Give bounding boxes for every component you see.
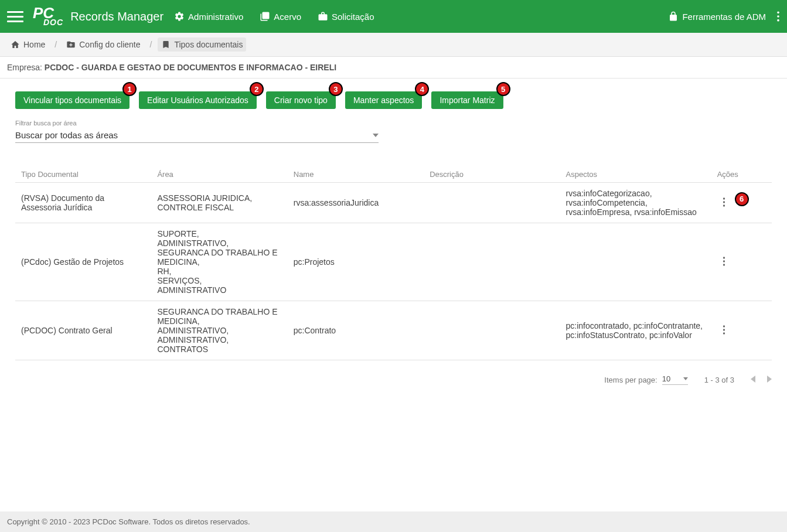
nav-solicitacao[interactable]: Solicitação	[318, 11, 374, 22]
svg-point-3	[723, 197, 725, 199]
table-row: (RVSA) Documento da Assessoria Jurídica …	[15, 183, 772, 223]
breadcrumb-sep: /	[150, 40, 152, 49]
folder-plus-icon	[66, 40, 76, 49]
kebab-menu-icon	[723, 325, 725, 335]
pagination-range: 1 - 3 of 3	[704, 376, 734, 384]
svg-point-11	[723, 332, 725, 334]
pcdoc-logo[interactable]: PCDOC	[30, 6, 63, 26]
vincular-tipos-button[interactable]: Vincular tipos documentais 1	[15, 91, 130, 109]
nav-solicitacao-label: Solicitação	[332, 12, 374, 22]
filter-block: Filtrar busca por área Buscar por todas …	[0, 109, 787, 143]
items-per-label: Items per page:	[604, 376, 657, 384]
kebab-menu-icon[interactable]	[776, 11, 780, 22]
cell-aspectos: pc:infocontratado, pc:infoContratante, p…	[560, 301, 711, 360]
items-per-value: 10	[662, 374, 670, 383]
chevron-down-icon	[683, 377, 688, 380]
svg-point-2	[777, 19, 779, 22]
annotation-badge-5: 5	[496, 82, 510, 96]
kebab-menu-icon	[723, 256, 725, 267]
breadcrumb-home[interactable]: Home	[7, 37, 49, 52]
pagination-prev[interactable]	[751, 376, 755, 384]
hamburger-menu-icon[interactable]	[7, 8, 23, 25]
cell-aspectos: rvsa:infoCategorizacao, rvsa:infoCompete…	[560, 183, 711, 223]
cell-name: rvsa:assessoriaJuridica	[288, 183, 424, 223]
breadcrumb-tipos[interactable]: Tipos documentais	[158, 37, 246, 52]
pagination: Items per page: 10 1 - 3 of 3	[0, 367, 787, 397]
actions-row: Vincular tipos documentais 1 Editar Usuá…	[0, 79, 787, 109]
row-actions-menu[interactable]	[717, 256, 731, 268]
th-name: Name	[288, 166, 424, 183]
nav-acervo-label: Acervo	[274, 12, 301, 22]
annotation-badge-6: 6	[735, 192, 749, 206]
svg-point-7	[723, 260, 725, 262]
briefcase-icon	[318, 11, 328, 22]
table-row: (PCdoc) Gestão de Projetos SUPORTE, ADMI…	[15, 223, 772, 301]
importar-matriz-button[interactable]: Importar Matriz 5	[431, 91, 503, 109]
filter-label: Filtrar busca por área	[15, 120, 772, 127]
th-tipo: Tipo Documental	[15, 166, 151, 183]
cell-area: SUPORTE, ADMINISTRATIVO, SEGURANCA DO TR…	[151, 223, 287, 301]
cell-aspectos	[560, 223, 711, 301]
svg-point-9	[723, 325, 725, 327]
nav-administrativo[interactable]: Administrativo	[174, 11, 243, 22]
cell-name: pc:Projetos	[288, 223, 424, 301]
cell-tipo: (PCDOC) Contrato Geral	[15, 301, 151, 360]
library-icon	[260, 11, 270, 22]
nav-administrativo-label: Administrativo	[188, 12, 243, 22]
row-actions-menu[interactable]	[717, 325, 731, 337]
cell-desc	[424, 183, 560, 223]
top-nav: Administrativo Acervo Solicitação	[174, 11, 374, 22]
home-icon	[11, 40, 20, 49]
pagination-next[interactable]	[767, 376, 772, 384]
app-title: Records Manager	[70, 10, 163, 23]
svg-point-1	[777, 15, 779, 18]
lock-icon	[668, 11, 679, 22]
table-row: (PCDOC) Contrato Geral SEGURANCA DO TRAB…	[15, 301, 772, 360]
th-aspectos: Aspectos	[560, 166, 711, 183]
filter-selected-value: Buscar por todas as áreas	[15, 130, 118, 140]
manter-aspectos-button[interactable]: Manter aspectos 4	[345, 91, 423, 109]
breadcrumb: Home / Config do cliente / Tipos documen…	[0, 33, 787, 57]
svg-point-4	[723, 201, 725, 203]
row-actions-menu[interactable]: 6	[717, 197, 731, 209]
cell-area: ASSESSORIA JURIDICA, CONTROLE FISCAL	[151, 183, 287, 223]
breadcrumb-config-label: Config do cliente	[79, 40, 140, 49]
th-desc: Descrição	[424, 166, 560, 183]
svg-point-6	[723, 257, 725, 258]
chevron-left-icon	[751, 376, 755, 383]
company-label: Empresa:	[7, 63, 45, 72]
th-area: Área	[151, 166, 287, 183]
svg-point-8	[723, 264, 725, 265]
cell-desc	[424, 223, 560, 301]
breadcrumb-home-label: Home	[23, 40, 45, 49]
items-per-page: Items per page: 10	[604, 374, 687, 385]
cell-area: SEGURANCA DO TRABALHO E MEDICINA, ADMINI…	[151, 301, 287, 360]
breadcrumb-tipos-label: Tipos documentais	[174, 40, 243, 49]
cell-tipo: (RVSA) Documento da Assessoria Jurídica	[15, 183, 151, 223]
annotation-badge-1: 1	[122, 82, 137, 96]
company-value: PCDOC - GUARDA E GESTAO DE DOCUMENTOS E …	[45, 63, 336, 72]
chevron-right-icon	[767, 376, 772, 383]
cell-desc	[424, 301, 560, 360]
annotation-badge-3: 3	[329, 82, 343, 96]
nav-acervo[interactable]: Acervo	[260, 11, 301, 22]
svg-point-10	[723, 329, 725, 330]
annotation-badge-4: 4	[415, 82, 429, 96]
company-line: Empresa: PCDOC - GUARDA E GESTAO DE DOCU…	[0, 57, 787, 79]
top-right: Ferramentas de ADM	[668, 11, 780, 22]
kebab-menu-icon	[723, 197, 725, 207]
tipos-table: Tipo Documental Área Name Descrição Aspe…	[15, 166, 772, 360]
items-per-page-select[interactable]: 10	[662, 374, 688, 385]
breadcrumb-sep: /	[54, 40, 57, 49]
th-acoes: Ações	[711, 166, 772, 183]
gear-icon	[174, 11, 185, 22]
adm-tools-button[interactable]: Ferramentas de ADM	[668, 11, 766, 22]
top-bar: PCDOC Records Manager Administrativo Ace…	[0, 0, 787, 33]
svg-point-5	[723, 204, 725, 206]
editar-usuarios-button[interactable]: Editar Usuários Autorizados 2	[139, 91, 257, 109]
adm-tools-label: Ferramentas de ADM	[682, 12, 766, 22]
filter-area-select[interactable]: Buscar por todas as áreas	[15, 128, 379, 143]
breadcrumb-config[interactable]: Config do cliente	[63, 37, 144, 52]
table-wrap: Tipo Documental Área Name Descrição Aspe…	[0, 143, 787, 367]
criar-novo-tipo-button[interactable]: Criar novo tipo 3	[266, 91, 336, 109]
